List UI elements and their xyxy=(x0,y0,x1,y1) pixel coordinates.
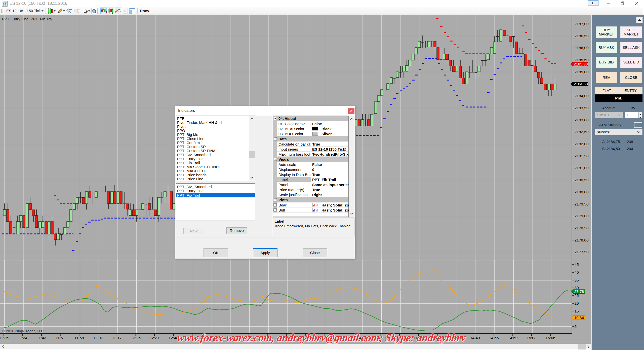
svg-text:2183,50: 2183,50 xyxy=(575,106,589,110)
svg-text:2179,50: 2179,50 xyxy=(575,202,589,206)
svg-text:$: $ xyxy=(124,9,126,13)
svg-text:11:43: 11:43 xyxy=(37,336,46,340)
svg-text:25: 25 xyxy=(575,293,579,298)
svg-text:11:26: 11:26 xyxy=(0,336,9,340)
svg-text:2182,50: 2182,50 xyxy=(575,130,589,134)
svg-text:15:06: 15:06 xyxy=(546,336,555,340)
svg-text:2185,50: 2185,50 xyxy=(575,58,589,62)
svg-text:11:34: 11:34 xyxy=(18,336,27,340)
svg-text:2187,00: 2187,00 xyxy=(575,22,589,26)
svg-text:15: 15 xyxy=(575,309,579,313)
svg-text:2179,00: 2179,00 xyxy=(575,214,589,218)
svg-text:45: 45 xyxy=(575,262,579,267)
svg-text:10,84: 10,84 xyxy=(574,316,584,320)
svg-text:2186,00: 2186,00 xyxy=(575,46,589,50)
svg-text:2178,50: 2178,50 xyxy=(575,226,589,230)
svg-text:2184,00: 2184,00 xyxy=(575,94,589,98)
svg-text:12:17: 12:17 xyxy=(112,336,122,340)
svg-text:2183,00: 2183,00 xyxy=(575,118,589,122)
svg-text:14:55: 14:55 xyxy=(489,336,499,340)
svg-text:12:37: 12:37 xyxy=(150,336,159,340)
svg-text:40: 40 xyxy=(575,270,579,274)
svg-text:2178,00: 2178,00 xyxy=(575,238,589,242)
svg-text:2185,00: 2185,00 xyxy=(575,70,589,74)
svg-text:© 2016 NinjaTrader, LLC: © 2016 NinjaTrader, LLC xyxy=(2,329,44,333)
svg-text:2180,50: 2180,50 xyxy=(575,178,589,182)
svg-text:35: 35 xyxy=(575,278,579,282)
svg-text:2186,50: 2186,50 xyxy=(575,34,589,38)
svg-text:14:49: 14:49 xyxy=(470,336,480,340)
svg-text:2182,00: 2182,00 xyxy=(575,142,589,146)
svg-text:2185,33: 2185,33 xyxy=(574,62,588,66)
svg-text:2180,00: 2180,00 xyxy=(575,190,589,194)
svg-text:12:26: 12:26 xyxy=(131,336,141,340)
svg-text:12:07: 12:07 xyxy=(93,336,103,340)
svg-text:27,78: 27,78 xyxy=(574,289,584,294)
svg-text:2177,50: 2177,50 xyxy=(575,250,589,254)
svg-text:15:03: 15:03 xyxy=(527,336,537,340)
svg-text:20: 20 xyxy=(575,301,579,305)
svg-text:5: 5 xyxy=(575,324,577,329)
svg-text:11:51: 11:51 xyxy=(56,336,65,340)
svg-text:11:58: 11:58 xyxy=(74,336,84,340)
svg-text:2184,50: 2184,50 xyxy=(574,82,588,86)
svg-text:2181,00: 2181,00 xyxy=(575,166,589,170)
svg-text:14:59: 14:59 xyxy=(508,336,518,340)
svg-text:2181,50: 2181,50 xyxy=(575,154,589,158)
svg-text:PPT Entry Line, PPT Fib Trai: PPT Entry Line, PPT Fib Trail xyxy=(2,17,53,21)
